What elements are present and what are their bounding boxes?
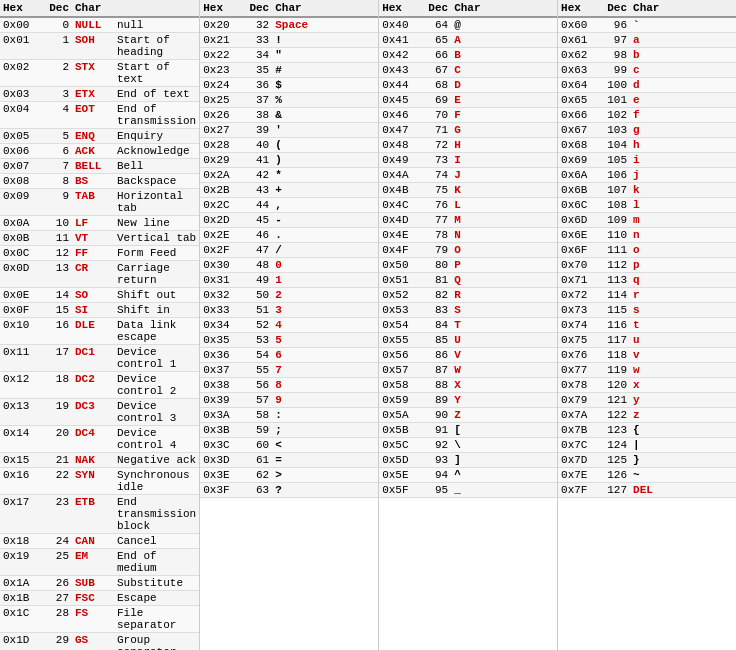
cell-char: Z xyxy=(451,409,557,421)
cell-description: Cancel xyxy=(114,535,199,547)
table-row: 0x5181Q xyxy=(379,273,557,288)
cell-dec: 47 xyxy=(242,244,272,256)
cell-dec: 111 xyxy=(600,244,630,256)
cell-dec: 89 xyxy=(421,394,451,406)
cell-hex: 0x73 xyxy=(558,304,600,316)
table-row: 0x1117DC1Device control 1 xyxy=(0,345,199,372)
cell-dec: 105 xyxy=(600,154,630,166)
cell-dec: 20 xyxy=(42,427,72,451)
table-row: 0x79121y xyxy=(558,393,736,408)
table-row: 0x34524 xyxy=(200,318,378,333)
cell-dec: 24 xyxy=(42,535,72,547)
cell-dec: 51 xyxy=(242,304,272,316)
cell-hex: 0x3F xyxy=(200,484,242,496)
cell-char: BELL xyxy=(72,160,114,172)
cell-dec: 120 xyxy=(600,379,630,391)
table-row: 0x4872H xyxy=(379,138,557,153)
cell-char: $ xyxy=(272,79,378,91)
table-row: 0x4367C xyxy=(379,63,557,78)
cell-hex: 0x5A xyxy=(379,409,421,421)
cell-hex: 0x13 xyxy=(0,400,42,424)
cell-dec: 5 xyxy=(42,130,72,142)
table-row: 0x32502 xyxy=(200,288,378,303)
cell-hex: 0x79 xyxy=(558,394,600,406)
cell-description: End of transmission xyxy=(114,103,199,127)
table-row: 0x7B123{ xyxy=(558,423,736,438)
cell-char: G xyxy=(451,124,557,136)
cell-description: Substitute xyxy=(114,577,199,589)
cell-dec: 125 xyxy=(600,454,630,466)
table-row: 0x4771G xyxy=(379,123,557,138)
cell-dec: 8 xyxy=(42,175,72,187)
cell-dec: 114 xyxy=(600,289,630,301)
table-row: 0x5B91[ xyxy=(379,423,557,438)
cell-description: Group separator xyxy=(114,634,199,650)
table-row: 0x6298b xyxy=(558,48,736,63)
cell-dec: 78 xyxy=(421,229,451,241)
cell-char: ] xyxy=(451,454,557,466)
table-row: 0x3B59; xyxy=(200,423,378,438)
cell-dec: 84 xyxy=(421,319,451,331)
table-row: 0x011SOHStart of heading xyxy=(0,33,199,60)
cell-hex: 0x25 xyxy=(200,94,242,106)
cell-dec: 71 xyxy=(421,124,451,136)
cell-hex: 0x76 xyxy=(558,349,600,361)
cell-char: ' xyxy=(272,124,378,136)
cell-char: CR xyxy=(72,262,114,286)
cell-description: Horizontal tab xyxy=(114,190,199,214)
cell-char: " xyxy=(272,49,378,61)
cell-hex: 0x40 xyxy=(379,19,421,31)
table-row: 0x4670F xyxy=(379,108,557,123)
table-row: 0x4266B xyxy=(379,48,557,63)
cell-dec: 85 xyxy=(421,334,451,346)
cell-hex: 0x26 xyxy=(200,109,242,121)
cell-description: Device control 2 xyxy=(114,373,199,397)
cell-description: Start of text xyxy=(114,61,199,85)
cell-dec: 67 xyxy=(421,64,451,76)
cell-dec: 17 xyxy=(42,346,72,370)
cell-dec: 40 xyxy=(242,139,272,151)
cell-char: < xyxy=(272,439,378,451)
table-row: 0x3E62> xyxy=(200,468,378,483)
table-row: 0x39579 xyxy=(200,393,378,408)
cell-hex: 0x52 xyxy=(379,289,421,301)
cell-dec: 80 xyxy=(421,259,451,271)
cell-dec: 90 xyxy=(421,409,451,421)
cell-description: New line xyxy=(114,217,199,229)
cell-dec: 79 xyxy=(421,244,451,256)
table-row: 0x4F79O xyxy=(379,243,557,258)
table-row: 0x69105i xyxy=(558,153,736,168)
cell-char: 6 xyxy=(272,349,378,361)
cell-hex: 0x00 xyxy=(0,19,42,31)
cell-hex: 0x51 xyxy=(379,274,421,286)
table-row: 0x2638& xyxy=(200,108,378,123)
cell-dec: 15 xyxy=(42,304,72,316)
cell-char: d xyxy=(630,79,736,91)
cell-hex: 0x77 xyxy=(558,364,600,376)
cell-char: 8 xyxy=(272,379,378,391)
cell-char: r xyxy=(630,289,736,301)
cell-dec: 110 xyxy=(600,229,630,241)
table-row: 0x066ACKAcknowledge xyxy=(0,144,199,159)
cell-char: - xyxy=(272,214,378,226)
table-row: 0x33513 xyxy=(200,303,378,318)
table-row: 0x65101e xyxy=(558,93,736,108)
table-row: 0x5787W xyxy=(379,363,557,378)
cell-char: \ xyxy=(451,439,557,451)
cell-hex: 0x3B xyxy=(200,424,242,436)
cell-dec: 115 xyxy=(600,304,630,316)
cell-hex: 0x33 xyxy=(200,304,242,316)
cell-dec: 65 xyxy=(421,34,451,46)
table-row: 0x3D61= xyxy=(200,453,378,468)
cell-dec: 108 xyxy=(600,199,630,211)
table-row: 0x2941) xyxy=(200,153,378,168)
table-row: 0x2739' xyxy=(200,123,378,138)
table-row: 0x6E110n xyxy=(558,228,736,243)
table-row: 0x66102f xyxy=(558,108,736,123)
cell-dec: 41 xyxy=(242,154,272,166)
cell-char: C xyxy=(451,64,557,76)
cell-dec: 76 xyxy=(421,199,451,211)
cell-hex: 0x3C xyxy=(200,439,242,451)
cell-dec: 112 xyxy=(600,259,630,271)
cell-char: DC4 xyxy=(72,427,114,451)
